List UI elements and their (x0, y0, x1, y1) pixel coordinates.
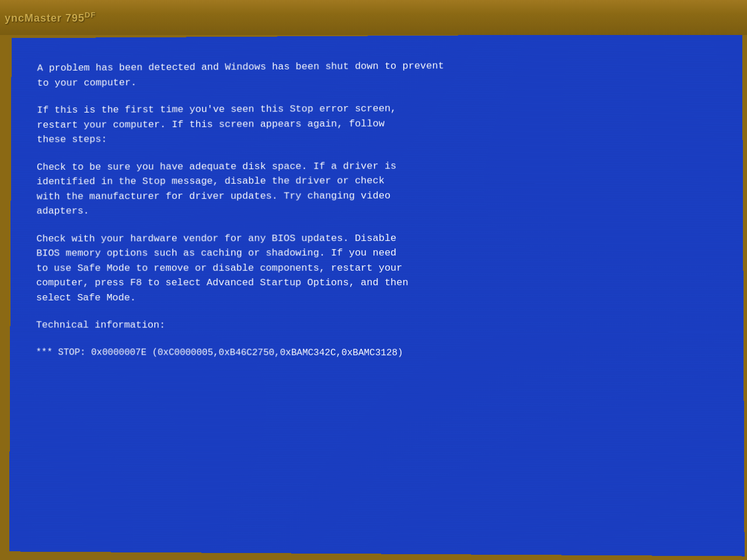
bsod-technical-label: Technical information: (36, 318, 717, 333)
monitor-brand-label: yncMaster 795DF (5, 10, 96, 24)
bsod-text-4: Check with your hardware vendor for any … (36, 230, 717, 306)
monitor-bezel: yncMaster 795DF (0, 0, 747, 35)
bsod-paragraph-2: If this is the first time you've seen th… (37, 100, 716, 147)
bsod-text-1: A problem has been detected and Windows … (37, 57, 716, 90)
bsod-paragraph-4: Check with your hardware vendor for any … (36, 230, 717, 306)
bsod-paragraph-3: Check to be sure you have adequate disk … (37, 158, 717, 219)
brand-suffix: DF (85, 10, 96, 19)
monitor-screen: A problem has been detected and Windows … (9, 33, 745, 556)
brand-text: yncMaster 795 (5, 12, 85, 24)
bsod-technical-section: Technical information: (36, 318, 717, 333)
bsod-text-2: If this is the first time you've seen th… (37, 100, 716, 147)
bsod-screen: A problem has been detected and Windows … (9, 33, 745, 556)
bsod-stop-code: *** STOP: 0x0000007E (0xC0000005,0xB46C2… (36, 345, 717, 360)
bsod-text-3: Check to be sure you have adequate disk … (37, 158, 717, 219)
bsod-stop-code-section: *** STOP: 0x0000007E (0xC0000005,0xB46C2… (36, 345, 717, 360)
bsod-paragraph-1: A problem has been detected and Windows … (37, 57, 716, 90)
